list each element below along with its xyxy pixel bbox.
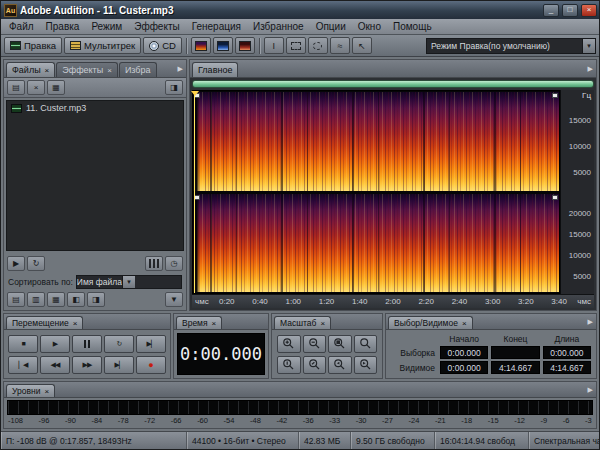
level-meter[interactable] [7,400,593,415]
insert-multitrack-button[interactable]: ▦ [47,80,65,95]
tab-main[interactable]: Главное [192,62,238,77]
tab-favorites[interactable]: Избра [119,62,157,77]
selection-tab[interactable]: Выбор/Видимое × [388,316,473,329]
menu-item[interactable]: Правка [40,20,86,33]
go-to-start-button[interactable]: ▏◀ [8,356,38,374]
play-to-end-button[interactable]: ▶▏ [136,335,166,353]
time-selection-tool-button[interactable]: I [264,37,284,54]
time-tab[interactable]: Время × [176,316,222,329]
pan-view-button[interactable] [235,37,255,54]
volume-button[interactable] [145,256,163,271]
time-display[interactable]: 0:00.000 [177,333,265,375]
full-path-toggle[interactable]: ◨ [87,292,105,307]
clock-button[interactable]: ◷ [165,256,183,271]
panel-menu-icon[interactable]: ▶ [588,318,593,326]
panel-menu-icon[interactable]: ▶ [588,65,593,73]
dropdown-arrow-icon[interactable]: ▼ [122,276,135,288]
playhead-line[interactable] [194,91,195,293]
zoom-left-button[interactable] [328,356,352,374]
multitrack-view-button[interactable]: Мультитрек [64,37,141,54]
zoom-in-vertical-button[interactable] [277,356,301,374]
fast-forward-button[interactable]: ▶▶ [72,356,102,374]
levels-header: Уровни × ▶ [4,382,596,398]
menu-item[interactable]: Окно [352,20,387,33]
show-loop-toggle[interactable]: ▥ [27,292,45,307]
playhead-caret[interactable] [191,91,199,96]
selection-length-value[interactable]: 0:00.000 [543,346,591,359]
status-display-mode[interactable]: Спектральная час [529,432,599,449]
zoom-tab[interactable]: Масштаб × [274,316,331,329]
zoom-right-button[interactable] [354,356,378,374]
menu-item[interactable]: Режим [85,20,128,33]
tab-close-icon[interactable]: × [462,319,467,328]
transport-panel: Перемещение × ■ ▶ ↻ ▶▏ ▏◀ ◀◀ ▶▶ ▶▏ ● [3,313,171,379]
menu-item[interactable]: Эффекты [128,20,185,33]
arrow-tool-button[interactable]: ↖ [352,37,372,54]
record-button[interactable]: ● [136,356,166,374]
close-file-button[interactable]: × [27,80,45,95]
selection-handle[interactable] [552,93,558,98]
panel-menu-icon[interactable]: ▶ [588,386,593,394]
tab-close-icon[interactable]: × [73,319,78,328]
zoom-out-vertical-button[interactable] [303,356,327,374]
zoom-out-button[interactable] [303,335,327,353]
zoom-to-selection-button[interactable] [328,335,352,353]
tab-close-icon[interactable]: × [44,387,49,396]
play-loop-button[interactable]: ↻ [104,335,134,353]
time-ruler[interactable]: чмс 0:200:401:001:201:402:002:202:403:00… [192,294,594,308]
zoom-full-button[interactable] [354,335,378,353]
marquee-tool-button[interactable] [286,37,306,54]
menu-item[interactable]: Опции [310,20,352,33]
levels-tab[interactable]: Уровни × [6,384,55,397]
show-video-toggle[interactable]: ▦ [47,292,65,307]
view-start-value[interactable]: 0:00.000 [440,361,488,374]
tab-files[interactable]: Файлы × [6,62,55,77]
view-end-value[interactable]: 4:14.667 [491,361,539,374]
menu-item[interactable]: Помощь [387,20,438,33]
tab-close-icon[interactable]: × [320,319,325,328]
pause-button[interactable] [72,335,102,353]
selection-start-value[interactable]: 0:00.000 [440,346,488,359]
show-midi-toggle[interactable]: ◧ [67,292,85,307]
menu-item[interactable]: Файл [3,20,40,33]
go-to-end-button[interactable]: ▶▏ [104,356,134,374]
zoom-in-button[interactable] [277,335,301,353]
preview-play-button[interactable]: ▶ [7,256,25,271]
workspace-mode-dropdown[interactable]: Режим Правка(по умолчанию) ▼ [426,38,596,54]
panel-menu-icon[interactable]: ▶ [178,65,183,73]
phase-view-button[interactable] [213,37,233,54]
spectrogram[interactable] [192,90,560,294]
play-button[interactable]: ▶ [40,335,70,353]
maximize-button[interactable]: □ [562,4,578,17]
minimize-button[interactable]: _ [543,4,559,17]
horizontal-scrollbar[interactable] [192,80,594,88]
file-list-item[interactable]: 11. Custer.mp3 [7,101,183,115]
files-options-button[interactable]: ◨ [165,80,183,95]
show-audio-icon: ▤ [12,295,20,304]
sort-dropdown[interactable]: Имя файла ▼ [76,275,182,289]
spectral-view-button[interactable] [191,37,211,54]
frequency-ruler[interactable]: Гц 15000100005000 2000015000100005000 [560,90,594,294]
selection-end-value[interactable] [491,346,539,359]
tab-effects[interactable]: Эффекты × [56,62,118,77]
preview-loop-button[interactable]: ↻ [27,256,45,271]
dropdown-arrow-icon[interactable]: ▼ [582,39,595,53]
tab-close-icon[interactable]: × [45,66,50,75]
scrub-tool-button[interactable]: ≈ [330,37,350,54]
view-length-value[interactable]: 4:14.667 [543,361,591,374]
stop-button[interactable]: ■ [8,335,38,353]
menu-item[interactable]: Избранное [247,20,310,33]
transport-tab[interactable]: Перемещение × [6,316,83,329]
tab-close-icon[interactable]: × [212,319,217,328]
list-options-button[interactable]: ▼ [165,292,183,307]
selection-handle[interactable] [552,195,558,200]
edit-view-button[interactable]: Правка [4,37,62,54]
menu-item[interactable]: Генерация [186,20,247,33]
show-audio-toggle[interactable]: ▤ [7,292,25,307]
cd-view-button[interactable]: CD [143,37,182,54]
lasso-tool-button[interactable] [308,37,328,54]
close-button[interactable]: × [581,4,597,17]
rewind-button[interactable]: ◀◀ [40,356,70,374]
tab-close-icon[interactable]: × [107,66,112,75]
import-file-button[interactable]: ▤ [7,80,25,95]
